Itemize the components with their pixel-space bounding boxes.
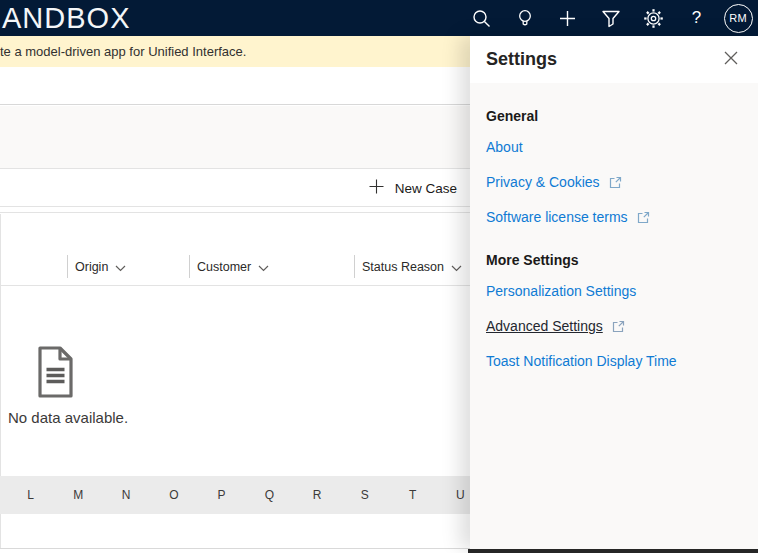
grid-column-header-row: Origin Customer Status Reason <box>0 214 470 286</box>
jump-letter[interactable]: M <box>71 488 86 502</box>
column-header-status-reason[interactable]: Status Reason <box>362 249 462 285</box>
help-button[interactable]: ? <box>675 0 718 36</box>
external-link-icon <box>609 176 622 189</box>
topbar-icon-group: ? RM <box>460 0 758 36</box>
page-header-band <box>0 67 470 105</box>
column-divider <box>67 255 68 278</box>
chevron-down-icon <box>451 258 462 276</box>
column-divider <box>354 255 355 278</box>
settings-link-advanced-settings[interactable]: Advanced Settings <box>486 318 742 334</box>
search-icon <box>471 8 492 29</box>
main-content-area: te a model-driven app for Unified Interf… <box>0 36 470 553</box>
app-screen: ANDBOX <box>0 0 758 553</box>
settings-link-about[interactable]: About <box>486 139 742 155</box>
settings-link-personalization-settings[interactable]: Personalization Settings <box>486 283 742 299</box>
external-link-icon <box>637 211 650 224</box>
jump-letter[interactable]: R <box>310 488 325 502</box>
link-label: Toast Notification Display Time <box>486 353 677 369</box>
view-selector-band <box>0 106 470 169</box>
grid-top-spacer <box>0 208 470 213</box>
settings-panel: Settings General About Privacy & Cookies… <box>470 36 758 549</box>
link-label: About <box>486 139 523 155</box>
jump-letter[interactable]: P <box>214 488 229 502</box>
jump-letter[interactable]: O <box>166 488 181 502</box>
section-header-general: General <box>486 108 742 124</box>
search-button[interactable] <box>460 0 503 36</box>
command-bar: New Case <box>0 170 470 207</box>
close-icon <box>724 51 738 68</box>
external-link-icon <box>612 320 625 333</box>
section-header-more-settings: More Settings <box>486 252 742 268</box>
jump-letter[interactable]: Q <box>262 488 277 502</box>
settings-panel-body: General About Privacy & Cookies Software… <box>470 83 758 369</box>
filter-icon <box>601 9 621 28</box>
account-menu-button[interactable]: RM <box>718 0 758 36</box>
app-brand-title: ANDBOX <box>2 0 130 36</box>
chevron-down-icon <box>115 258 126 276</box>
settings-link-toast-notification-display-time[interactable]: Toast Notification Display Time <box>486 353 742 369</box>
avatar: RM <box>724 4 753 33</box>
link-label: Personalization Settings <box>486 283 636 299</box>
link-label: Software license terms <box>486 209 628 225</box>
jump-letter[interactable]: L <box>23 488 38 502</box>
grid-footer-divider <box>0 548 470 549</box>
notification-text: te a model-driven app for Unified Interf… <box>0 44 246 59</box>
jump-letter[interactable]: S <box>357 488 372 502</box>
column-label: Customer <box>197 260 251 274</box>
quick-create-button[interactable] <box>546 0 589 36</box>
link-label: Advanced Settings <box>486 318 603 334</box>
jump-letter[interactable]: T <box>405 488 420 502</box>
alphabet-jump-bar: L M N O P Q R S T U <box>0 476 470 514</box>
column-label: Origin <box>75 260 108 274</box>
link-label: Privacy & Cookies <box>486 174 600 190</box>
plus-icon <box>558 9 577 28</box>
top-nav-bar: ANDBOX <box>0 0 758 36</box>
gear-icon <box>643 8 664 29</box>
column-divider <box>189 255 190 278</box>
settings-link-software-license-terms[interactable]: Software license terms <box>486 209 742 225</box>
column-header-origin[interactable]: Origin <box>75 249 126 285</box>
lightbulb-icon <box>515 8 535 29</box>
new-case-button[interactable]: New Case <box>369 170 457 206</box>
chevron-down-icon <box>258 258 269 276</box>
jump-letter[interactable]: N <box>119 488 134 502</box>
settings-link-privacy-cookies[interactable]: Privacy & Cookies <box>486 174 742 190</box>
column-label: Status Reason <box>362 260 444 274</box>
help-icon: ? <box>692 8 701 28</box>
new-case-label: New Case <box>395 181 457 196</box>
notification-bar: te a model-driven app for Unified Interf… <box>0 36 470 67</box>
settings-gear-button[interactable] <box>632 0 675 36</box>
settings-panel-title: Settings <box>486 49 557 70</box>
suggestions-button[interactable] <box>503 0 546 36</box>
filter-button[interactable] <box>589 0 632 36</box>
plus-icon <box>369 179 384 197</box>
settings-panel-header: Settings <box>470 36 758 83</box>
empty-state-message: No data available. <box>8 409 128 426</box>
column-header-customer[interactable]: Customer <box>197 249 269 285</box>
empty-document-icon <box>33 346 78 402</box>
panel-bottom-strip <box>468 549 758 553</box>
jump-letter[interactable]: U <box>453 488 468 502</box>
close-panel-button[interactable] <box>720 47 742 72</box>
